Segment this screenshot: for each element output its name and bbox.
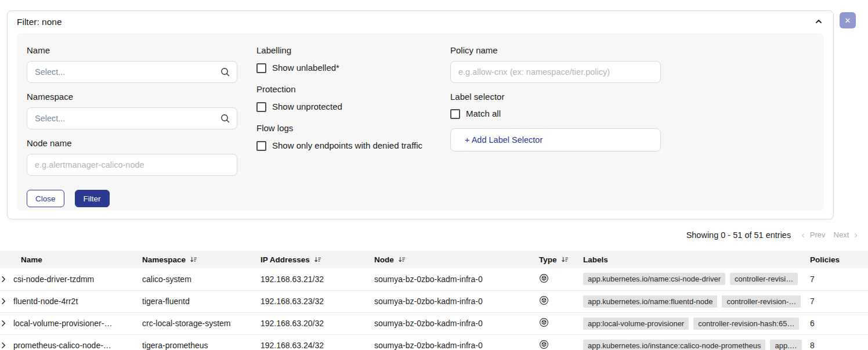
search-icon — [220, 113, 230, 126]
endpoint-ip: 192.168.63.24/32 — [261, 334, 374, 350]
expand-row-chevron-icon[interactable] — [0, 276, 7, 283]
sort-icon[interactable] — [190, 256, 197, 264]
match-all-checkbox-row[interactable]: Match all — [450, 108, 661, 120]
node-name-input[interactable] — [27, 154, 237, 176]
column-header-policies: Policies — [810, 251, 868, 268]
filter-button[interactable]: Filter — [75, 190, 110, 207]
filter-form: Name Namespace Node name — [17, 33, 824, 211]
denied-traffic-checkbox[interactable] — [256, 141, 266, 151]
endpoint-ip: 192.168.63.23/32 — [261, 290, 374, 312]
show-unlabelled-label: Show unlabelled* — [272, 62, 339, 74]
namespace-select-input[interactable] — [27, 107, 237, 129]
label-chip: app.… — [770, 340, 801, 350]
filter-panel: Filter: none Name Namespace — [7, 10, 834, 219]
collapse-filter-button[interactable] — [815, 17, 823, 27]
endpoint-labels: app.kubernetes.io/name:csi-node-driverco… — [583, 273, 810, 285]
close-icon: ✕ — [845, 16, 851, 25]
show-unprotected-checkbox[interactable] — [256, 102, 266, 112]
endpoint-name: fluentd-node-4rr2t — [13, 297, 78, 306]
label-chip: app:local-volume-provisioner — [583, 317, 689, 330]
table-header-row: NameNamespaceIP AddressesNodeTypeLabelsP… — [0, 251, 868, 268]
label-selector-heading: Label selector — [450, 91, 661, 103]
column-label: IP Addresses — [261, 255, 310, 264]
show-unprotected-label: Show unprotected — [272, 101, 342, 113]
endpoint-namespace: calico-system — [142, 268, 261, 290]
node-name-field-label: Node name — [27, 138, 237, 149]
expand-row-chevron-icon[interactable] — [0, 342, 7, 349]
prev-page-link[interactable]: Prev — [810, 230, 826, 239]
endpoint-ip: 192.168.63.20/32 — [261, 312, 374, 334]
sort-icon[interactable] — [561, 256, 569, 264]
workload-endpoint-icon — [539, 320, 549, 329]
add-label-selector-button[interactable]: + Add Label Selector — [450, 128, 661, 151]
flow-logs-heading: Flow logs — [256, 122, 448, 134]
endpoint-namespace: crc-local-storage-system — [142, 312, 261, 334]
denied-traffic-checkbox-row[interactable]: Show only endpoints with denied traffic — [256, 140, 448, 151]
endpoint-ip: 192.168.63.21/32 — [261, 268, 374, 290]
table-row[interactable]: fluentd-node-4rr2t tigera-fluentd 192.16… — [0, 290, 868, 312]
sort-icon[interactable] — [398, 256, 406, 264]
endpoint-policies-count: 7 — [810, 290, 868, 312]
column-header-ip-addresses[interactable]: IP Addresses — [261, 251, 374, 268]
show-unlabelled-checkbox-row[interactable]: Show unlabelled* — [256, 62, 448, 74]
endpoint-node: soumya-bz-0zbo-kadm-infra-0 — [374, 268, 539, 290]
column-header-name: Name — [0, 251, 142, 268]
endpoint-policies-count: 8 — [810, 334, 868, 350]
label-chip: app.kubernetes.io/name:fluentd-node — [583, 295, 717, 308]
match-all-checkbox[interactable] — [450, 109, 460, 119]
policy-name-input[interactable] — [450, 61, 661, 83]
name-field-label: Name — [27, 45, 237, 56]
workload-endpoint-icon — [539, 342, 549, 350]
column-header-labels: Labels — [583, 251, 810, 268]
table-row[interactable]: csi-node-driver-tzdmm calico-system 192.… — [0, 268, 868, 290]
endpoint-node: soumya-bz-0zbo-kadm-infra-0 — [374, 312, 539, 334]
show-unlabelled-checkbox[interactable] — [256, 63, 266, 73]
protection-heading: Protection — [256, 84, 448, 95]
policy-name-field-label: Policy name — [450, 45, 661, 56]
close-button[interactable]: Close — [27, 190, 64, 207]
label-chip: controller-revision-hash:65… — [693, 317, 799, 330]
endpoint-node: soumya-bz-0zbo-kadm-infra-0 — [374, 290, 539, 312]
table-row[interactable]: local-volume-provisioner-… crc-local-sto… — [0, 312, 868, 334]
column-label: Node — [374, 255, 394, 264]
column-header-node[interactable]: Node — [374, 251, 539, 268]
namespace-field-label: Namespace — [27, 91, 237, 103]
endpoint-namespace: tigera-fluentd — [142, 290, 261, 312]
column-label: Type — [539, 255, 557, 264]
expand-row-chevron-icon[interactable] — [0, 320, 7, 327]
endpoint-name: csi-node-driver-tzdmm — [13, 275, 94, 284]
endpoint-name: local-volume-provisioner-… — [13, 319, 112, 328]
endpoints-table: NameNamespaceIP AddressesNodeTypeLabelsP… — [0, 251, 868, 350]
label-chip: app.kubernetes.io/instance:calico-node-p… — [583, 340, 765, 350]
column-header-namespace[interactable]: Namespace — [142, 251, 261, 268]
match-all-label: Match all — [466, 108, 501, 120]
pagination: Showing 0 - 51 of 51 entries ‹ Prev Next… — [686, 230, 859, 240]
endpoint-node: soumya-bz-0zbo-kadm-infra-0 — [374, 334, 539, 350]
workload-endpoint-icon — [539, 276, 549, 285]
sort-icon[interactable] — [314, 256, 321, 264]
chevron-left-icon[interactable]: ‹ — [800, 230, 806, 240]
column-header-type[interactable]: Type — [539, 251, 583, 268]
endpoint-policies-count: 7 — [810, 268, 868, 290]
table-row[interactable]: prometheus-calico-node-… tigera-promethe… — [0, 334, 868, 350]
endpoints-page: Filter: none Name Namespace — [0, 0, 868, 350]
filter-panel-header: Filter: none — [8, 11, 833, 33]
labelling-heading: Labelling — [256, 45, 448, 56]
chevron-up-icon — [815, 17, 823, 27]
column-label: Policies — [810, 255, 840, 264]
chevron-right-icon[interactable]: › — [853, 230, 859, 240]
label-chip: controller-revisi… — [730, 273, 798, 285]
label-chip: app.kubernetes.io/name:csi-node-driver — [583, 273, 725, 285]
denied-traffic-label: Show only endpoints with denied traffic — [272, 140, 422, 151]
dismiss-filter-button[interactable]: ✕ — [840, 12, 856, 28]
next-page-link[interactable]: Next — [834, 230, 849, 239]
expand-row-chevron-icon[interactable] — [0, 298, 7, 305]
filter-title: Filter: none — [17, 17, 62, 27]
endpoint-namespace: tigera-prometheus — [142, 334, 261, 350]
show-unprotected-checkbox-row[interactable]: Show unprotected — [256, 101, 448, 113]
endpoint-policies-count: 6 — [810, 312, 868, 334]
name-select-input[interactable] — [27, 61, 237, 83]
column-label: Namespace — [142, 255, 186, 264]
endpoint-labels: app.kubernetes.io/instance:calico-node-p… — [583, 340, 810, 350]
endpoint-labels: app:local-volume-provisionercontroller-r… — [583, 317, 810, 330]
